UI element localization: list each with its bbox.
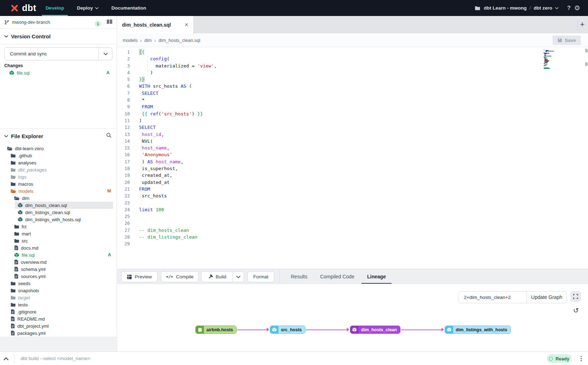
nav-develop[interactable]: Develop [45, 0, 64, 16]
changes-count-badge: 1 [95, 21, 101, 27]
file-tree-item[interactable]: docs.md [0, 244, 117, 251]
lineage-node-airbnb-hosts[interactable]: airbnb.hosts [195, 326, 237, 334]
file-icon [11, 316, 15, 321]
file-tree-item[interactable]: src [0, 237, 117, 244]
code-editor[interactable]: 1{{2 config(3 materialized = 'view',4 )5… [117, 47, 588, 269]
file-tree-item[interactable]: dbt-learn-zero [0, 145, 117, 152]
file-explorer-header[interactable]: File Explorer [0, 128, 117, 144]
code-line: 14 NVL( [117, 138, 588, 145]
line-number: 17 [117, 158, 130, 165]
file-tab[interactable]: dim_hosts_clean.sql × [117, 16, 194, 33]
format-button[interactable]: Format [248, 271, 274, 282]
search-icon[interactable] [106, 132, 112, 139]
file-tree-item[interactable]: overview.md [0, 258, 117, 266]
file-tree-item[interactable]: logs [0, 173, 117, 180]
file-tree-item[interactable]: dim_listings_clean.sql [0, 209, 117, 216]
save-floppy-icon [558, 38, 562, 43]
file-tree-item[interactable]: packages.yml [0, 329, 117, 337]
changed-file-row[interactable]: file.sql A [0, 69, 117, 76]
file-tree-label: dim [22, 196, 29, 201]
file-tree-item[interactable]: .gitignore [0, 308, 117, 315]
tab-lineage[interactable]: Lineage [367, 269, 386, 284]
kebab-menu-icon[interactable]: ⋮ [578, 355, 584, 362]
file-tree-item[interactable]: seeds [0, 280, 117, 287]
file-tree-item[interactable]: snapshots [0, 287, 117, 294]
nav-deploy[interactable]: Deploy [77, 0, 99, 16]
version-control-header[interactable]: Version Control [0, 29, 117, 44]
file-tree-item[interactable]: dbt_project.yml [0, 322, 117, 329]
indent-guide [147, 55, 148, 76]
code-line: 8 * [117, 97, 588, 103]
file-tree-item[interactable]: dim_listings_with_hosts.sql [0, 216, 117, 223]
scrollbar-thumb[interactable] [585, 62, 588, 66]
lineage-edge-arrow-icon [347, 328, 349, 331]
file-tree-item[interactable]: analyses [0, 159, 117, 166]
result-tabs: Results Compiled Code Lineage [287, 269, 386, 284]
file-tree-label: dbt-learn-zero [15, 146, 44, 151]
lineage-graph[interactable]: airbnb.hostssrc_hostsdim_hosts_cleandim_… [117, 284, 588, 352]
file-tree-item[interactable]: file.sqlA [0, 251, 117, 258]
account-project-selector[interactable]: dbt Learn - mwong / dbt zero [484, 5, 559, 11]
folder-open-icon [14, 196, 20, 200]
settings-gear-icon[interactable]: ⚙ [574, 4, 580, 12]
code-line: 11) [117, 117, 588, 124]
build-options-chevron[interactable] [233, 271, 244, 282]
command-bar-divider [14, 353, 15, 364]
preview-button[interactable]: Preview [121, 271, 157, 282]
file-tree-label: file.sql [22, 252, 35, 258]
tab-results[interactable]: Results [291, 269, 307, 284]
file-tree-item[interactable]: README.md [0, 315, 117, 322]
file-icon [14, 245, 18, 250]
file-tree-item[interactable]: fct [0, 223, 117, 230]
help-icon[interactable]: ? [567, 5, 571, 11]
file-tree-label: macros [18, 181, 33, 187]
build-button[interactable]: Build [201, 271, 233, 282]
save-button[interactable]: Save [553, 36, 581, 45]
lineage-node-dim_listings_with_hosts[interactable]: dim_listings_with_hosts [445, 326, 511, 334]
file-tab-title: dim_hosts_clean.sql [122, 22, 171, 28]
lineage-edge-arrow-icon [267, 328, 269, 331]
command-input[interactable]: dbt build --select <model_name> [21, 356, 90, 361]
build-hammer-icon [208, 274, 213, 279]
file-tree-item[interactable]: macros [0, 180, 117, 187]
file-tree-label: dim_hosts_clean.sql [25, 203, 67, 208]
new-tab-plus-icon[interactable]: + [578, 19, 587, 30]
file-tree-label: seeds [18, 281, 30, 286]
project-name: dbt Learn - mwong [484, 5, 527, 11]
commit-and-sync-button[interactable]: Commit and sync [4, 47, 112, 60]
file-tree-label: packages.yml [17, 331, 45, 336]
nav-documentation[interactable]: Documentation [111, 0, 146, 16]
scrollbar-thumb[interactable] [585, 49, 588, 53]
lineage-node-src_hosts[interactable]: src_hosts [270, 326, 305, 334]
file-tree-item[interactable]: dbt_packages [0, 166, 117, 173]
model-cube-icon [18, 210, 23, 215]
close-icon[interactable]: × [185, 22, 188, 28]
docs-books-icon[interactable] [106, 19, 112, 25]
file-tree-item[interactable]: sources.yml [0, 273, 117, 280]
file-tree-item[interactable]: tests [0, 301, 117, 308]
file-tree-item[interactable]: modelsM [0, 187, 117, 195]
file-tree-item[interactable]: schema.yml [0, 266, 117, 273]
file-tree-item[interactable]: .github [0, 152, 117, 159]
folder-icon [11, 303, 16, 307]
chevron-up-icon[interactable] [4, 355, 9, 362]
tab-compiled-code[interactable]: Compiled Code [320, 269, 355, 284]
file-tree-item[interactable]: mart [0, 230, 117, 237]
file-tree-label: dim_listings_with_hosts.sql [25, 217, 81, 222]
line-number: 25 [117, 213, 130, 220]
dbt-logo[interactable]: dbt [9, 3, 36, 13]
file-tree-item[interactable]: dim [0, 195, 117, 202]
compile-button[interactable]: </> Compile [161, 271, 199, 282]
code-line: 15 host_name, [117, 145, 588, 151]
file-tree-label: analyses [18, 160, 36, 165]
file-tree-item[interactable]: target [0, 294, 117, 301]
model-cube-icon [350, 326, 359, 333]
lineage-node-dim_hosts_clean[interactable]: dim_hosts_clean [350, 326, 400, 334]
line-number: 20 [117, 179, 130, 186]
folder-icon [11, 288, 16, 293]
code-line: 7 SELECT [117, 90, 588, 97]
file-tree-label: snapshots [18, 288, 39, 293]
file-tree-item[interactable]: dim_hosts_clean.sql [15, 202, 113, 209]
preview-table-icon [127, 274, 132, 279]
commit-options-chevron[interactable] [99, 48, 112, 60]
